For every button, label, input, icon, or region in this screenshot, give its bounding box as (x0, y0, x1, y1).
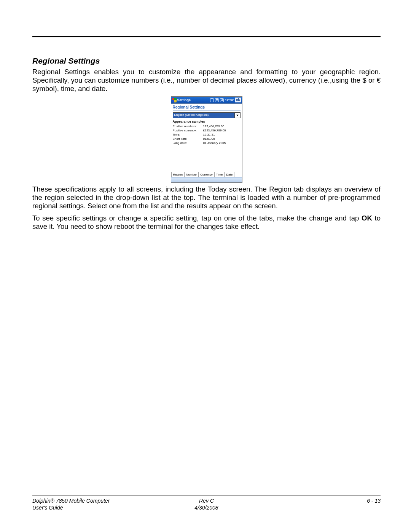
tab-currency[interactable]: Currency (198, 172, 214, 177)
sample-row: Positive currency: £123,456,789.00 (173, 128, 241, 133)
footer-page-number: 6 - 13 (367, 498, 381, 504)
top-rule (32, 36, 381, 37)
sample-value: 01/01/05 (203, 137, 241, 141)
sample-label: Time: (173, 133, 203, 137)
samples-heading: Appearance samples (173, 120, 241, 123)
system-tray: 12:32 ok (210, 97, 241, 102)
volume-icon[interactable] (220, 98, 224, 102)
body-paragraph: To see specific settings or change a spe… (32, 214, 381, 231)
ok-emphasis: OK (362, 214, 372, 222)
sample-label: Long date: (173, 141, 203, 145)
clock[interactable]: 12:32 (225, 98, 234, 102)
screen-header: Regional Settings (173, 104, 241, 111)
sample-row: Long date: 01 January 2005 (173, 141, 241, 145)
footer-guide: User's Guide (32, 505, 63, 511)
sample-value: 123,456,789.00 (203, 124, 241, 128)
wm-titlebar: Settings 12:32 ok (171, 97, 242, 104)
footer-rev: Rev C (199, 498, 214, 504)
tab-bar: Region Number Currency Time Date (171, 172, 242, 177)
wm-body: Regional Settings English (United Kingdo… (171, 104, 242, 172)
sample-label: Positive numbers: (173, 124, 203, 128)
intro-paragraph: Regional Settings enables you to customi… (32, 68, 381, 93)
footer-right: 6 - 13 (264, 498, 381, 511)
body-paragraph: These specifications apply to all screen… (32, 185, 381, 210)
sample-value: £123,456,789.00 (203, 128, 241, 133)
start-icon[interactable] (172, 98, 177, 102)
wm-device-screenshot: Settings 12:32 ok Regional Settings Engl… (171, 96, 242, 183)
sample-row: Time: 12:31:31 (173, 133, 241, 137)
region-dropdown-value: English (United Kingdom) (173, 113, 234, 118)
page-footer: Dolphin® 7850 Mobile Computer User's Gui… (32, 495, 381, 511)
tab-time[interactable]: Time (214, 172, 225, 177)
footer-product: Dolphin® 7850 Mobile Computer (32, 498, 110, 504)
footer-rule (32, 495, 381, 495)
wm-title: Settings (177, 98, 191, 102)
embedded-screenshot: Settings 12:32 ok Regional Settings Engl… (32, 96, 381, 183)
tab-date[interactable]: Date (224, 172, 234, 177)
ok-button[interactable]: ok (235, 97, 241, 102)
sample-value: 12:31:31 (203, 133, 241, 137)
page: Regional Settings Regional Settings enab… (0, 0, 411, 532)
text-run: To see specific settings or change a spe… (32, 214, 362, 222)
tab-number[interactable]: Number (184, 172, 199, 177)
section-heading: Regional Settings (32, 56, 381, 66)
footer-left: Dolphin® 7850 Mobile Computer User's Gui… (32, 498, 148, 511)
region-dropdown[interactable]: English (United Kingdom) (173, 112, 241, 118)
sample-label: Short date: (173, 137, 203, 141)
footer-center: Rev C 4/30/2008 (148, 498, 264, 511)
sample-value: 01 January 2005 (203, 141, 241, 145)
sync-icon[interactable] (215, 98, 219, 102)
chevron-down-icon[interactable] (234, 113, 240, 118)
footer-date: 4/30/2008 (194, 505, 218, 511)
status-icon[interactable] (210, 98, 214, 102)
sample-row: Positive numbers: 123,456,789.00 (173, 124, 241, 128)
wm-bottom-bar (171, 177, 242, 182)
sample-row: Short date: 01/01/05 (173, 137, 241, 141)
tab-region[interactable]: Region (171, 172, 185, 177)
sample-label: Positive currency: (173, 128, 203, 133)
